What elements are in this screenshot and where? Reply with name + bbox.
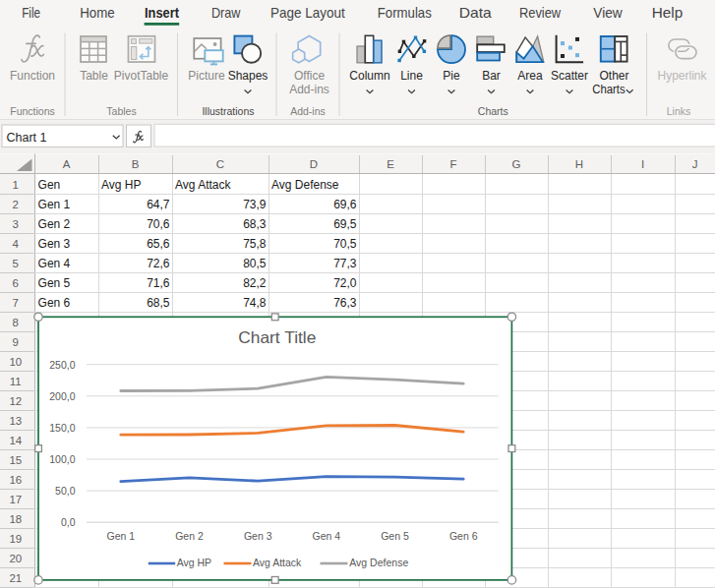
svg-text:Gen 3: Gen 3: [244, 530, 272, 542]
svg-text:12: 12: [9, 395, 22, 407]
svg-text:Tables: Tables: [106, 105, 136, 117]
svg-text:6: 6: [13, 277, 19, 289]
svg-text:13: 13: [9, 415, 22, 427]
svg-text:Hyperlink: Hyperlink: [657, 69, 707, 83]
svg-text:18: 18: [9, 513, 22, 525]
svg-text:Avg HP: Avg HP: [177, 557, 211, 568]
svg-text:4: 4: [13, 238, 20, 250]
svg-text:10: 10: [9, 356, 22, 368]
svg-text:19: 19: [9, 533, 22, 545]
svg-text:200,0: 200,0: [49, 390, 75, 402]
svg-text:82,2: 82,2: [243, 276, 267, 290]
svg-text:Gen: Gen: [38, 178, 61, 192]
svg-text:Charts: Charts: [478, 105, 508, 117]
svg-text:69,5: 69,5: [333, 217, 357, 231]
svg-text:100,0: 100,0: [49, 453, 75, 465]
svg-text:Draw: Draw: [211, 5, 241, 21]
svg-text:Gen 6: Gen 6: [38, 296, 71, 310]
svg-text:Gen 4: Gen 4: [312, 530, 340, 542]
svg-text:73,9: 73,9: [243, 198, 267, 211]
svg-text:Other: Other: [599, 69, 628, 83]
svg-text:Gen 6: Gen 6: [449, 530, 478, 542]
svg-text:View: View: [593, 5, 623, 21]
svg-text:Bar: Bar: [482, 69, 501, 83]
svg-text:9: 9: [13, 336, 19, 348]
svg-text:Picture: Picture: [188, 69, 225, 83]
svg-text:15: 15: [9, 454, 22, 466]
svg-text:69,6: 69,6: [333, 198, 357, 211]
svg-text:74,8: 74,8: [243, 296, 267, 310]
svg-text:16: 16: [9, 474, 22, 486]
svg-text:Avg Attack: Avg Attack: [253, 557, 302, 568]
svg-text:G: G: [512, 158, 521, 170]
svg-text:75,8: 75,8: [243, 237, 267, 251]
svg-text:Chart Title: Chart Title: [238, 328, 316, 346]
svg-text:Shapes: Shapes: [228, 69, 268, 83]
svg-text:20: 20: [9, 553, 22, 564]
svg-text:Table: Table: [80, 69, 108, 83]
svg-text:J: J: [692, 158, 698, 170]
svg-text:Gen 2: Gen 2: [175, 530, 204, 542]
svg-text:80,5: 80,5: [243, 257, 267, 270]
svg-text:Add-ins: Add-ins: [289, 83, 329, 96]
svg-text:Avg Defense: Avg Defense: [349, 557, 408, 568]
svg-text:77,3: 77,3: [333, 257, 357, 270]
svg-text:70,6: 70,6: [147, 217, 170, 231]
svg-text:D: D: [310, 158, 318, 170]
svg-text:Gen 1: Gen 1: [106, 530, 135, 542]
svg-text:50,0: 50,0: [55, 485, 76, 497]
svg-text:Chart 1: Chart 1: [7, 131, 47, 145]
svg-text:Gen 5: Gen 5: [381, 530, 409, 542]
svg-text:Scatter: Scatter: [551, 69, 588, 83]
svg-text:3: 3: [13, 218, 19, 230]
svg-text:11: 11: [10, 376, 22, 387]
svg-text:A: A: [63, 158, 71, 170]
svg-text:Area: Area: [517, 69, 543, 83]
svg-text:65,6: 65,6: [147, 237, 170, 251]
svg-text:Avg Defense: Avg Defense: [271, 178, 339, 192]
svg-text:Line: Line: [400, 69, 423, 83]
svg-text:Gen 1: Gen 1: [38, 198, 71, 211]
svg-text:Column: Column: [349, 69, 389, 83]
svg-text:Gen 5: Gen 5: [38, 276, 71, 290]
svg-text:Functions: Functions: [10, 105, 55, 117]
svg-text:Data: Data: [459, 5, 493, 21]
svg-text:Add-ins: Add-ins: [290, 105, 326, 117]
svg-text:72,0: 72,0: [333, 276, 357, 290]
svg-text:14: 14: [9, 435, 22, 446]
svg-text:Function: Function: [10, 69, 55, 83]
svg-text:E: E: [387, 158, 394, 170]
svg-text:H: H: [575, 158, 583, 170]
svg-text:Home: Home: [80, 5, 115, 21]
svg-text:1: 1: [13, 179, 19, 191]
svg-text:Office: Office: [294, 69, 325, 83]
svg-text:Links: Links: [667, 105, 691, 117]
svg-text:Avg HP: Avg HP: [101, 178, 141, 192]
svg-text:2: 2: [13, 199, 19, 210]
svg-text:68,5: 68,5: [147, 296, 170, 310]
svg-text:Avg Attack: Avg Attack: [175, 178, 231, 192]
svg-text:64,7: 64,7: [147, 198, 170, 211]
svg-text:Review: Review: [519, 5, 562, 21]
svg-text:Gen 2: Gen 2: [38, 217, 71, 231]
svg-text:PivotTable: PivotTable: [114, 69, 169, 83]
svg-text:7: 7: [13, 297, 19, 309]
svg-text:Charts: Charts: [592, 83, 626, 96]
svg-text:150,0: 150,0: [49, 422, 75, 434]
svg-text:Illustrations: Illustrations: [202, 105, 254, 117]
svg-text:70,5: 70,5: [333, 237, 357, 251]
svg-text:B: B: [132, 158, 140, 170]
svg-text:F: F: [449, 158, 456, 170]
svg-text:Insert: Insert: [145, 5, 179, 21]
svg-text:Page Layout: Page Layout: [270, 5, 345, 21]
svg-text:71,6: 71,6: [147, 276, 170, 290]
svg-text:250,0: 250,0: [49, 359, 75, 371]
svg-text:C: C: [216, 158, 224, 170]
svg-text:Help: Help: [652, 5, 684, 21]
svg-text:8: 8: [13, 317, 19, 328]
svg-text:0,0: 0,0: [61, 516, 76, 528]
svg-text:68,3: 68,3: [243, 217, 267, 231]
svg-text:21: 21: [9, 572, 22, 584]
svg-text:Pie: Pie: [443, 69, 460, 83]
svg-text:Gen 4: Gen 4: [38, 257, 71, 270]
